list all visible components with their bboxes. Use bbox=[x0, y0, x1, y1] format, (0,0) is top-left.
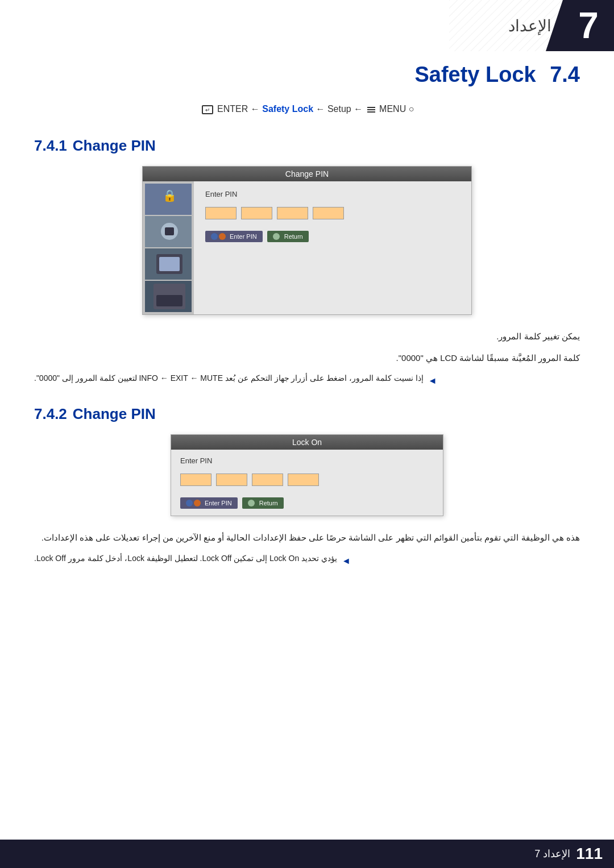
main-content: Safety Lock 7.4 ↵ ENTER ← Safety Lock ← … bbox=[0, 0, 614, 621]
dialog-2-return-btn[interactable]: Return bbox=[242, 497, 284, 509]
dialog-2-field-label: Enter PIN bbox=[180, 456, 434, 465]
para1: يمكن تغيير كلمة المرور. bbox=[34, 329, 580, 344]
circle-orange-2 bbox=[194, 500, 201, 506]
sidebar-item-2 bbox=[145, 216, 192, 247]
return-circle-2 bbox=[248, 500, 255, 506]
breadcrumb-enter-label: ENTER ← bbox=[217, 104, 262, 114]
section-number: 7.4 bbox=[550, 63, 580, 86]
para4: هذه هي الوظيفة التي تقوم بتأمين القوائم … bbox=[34, 530, 580, 545]
para3: ◄ إذا نسيت كلمة المرور، اضغط على أزرار ج… bbox=[34, 372, 580, 388]
subsection-2-number: 7.4.2 bbox=[34, 405, 67, 423]
dialog-1-enter-label: Enter PIN bbox=[230, 233, 257, 240]
para3-text: إذا نسيت كلمة المرور، اضغط على أزرار جها… bbox=[34, 372, 424, 385]
dialog-1-buttons: Enter PIN Return bbox=[205, 231, 460, 242]
para5: ◄ يؤدي تحديد Lock On إلى تمكين Lock Off.… bbox=[34, 552, 580, 568]
circle-blue-2 bbox=[186, 500, 193, 506]
dialog-1-main: Enter PIN Enter PIN bbox=[194, 181, 471, 314]
dialog-2-main: Enter PIN Enter PIN bbox=[171, 450, 443, 516]
change-pin-dialog-2: Lock On Enter PIN Enter PIN bbox=[171, 434, 443, 516]
section-title: Safety Lock 7.4 bbox=[34, 63, 580, 87]
chapter-number-box: 7 bbox=[563, 0, 614, 51]
dialog-2-enter-label: Enter PIN bbox=[205, 500, 232, 506]
dialog-2-pin-row bbox=[180, 474, 434, 486]
bullet-arrow-1: ◄ bbox=[428, 373, 437, 388]
pin-box-2[interactable] bbox=[241, 207, 272, 219]
subsection-1-title-text: Change PIN bbox=[73, 137, 156, 155]
dialog-2-enter-btn[interactable]: Enter PIN bbox=[180, 497, 238, 509]
circle-blue bbox=[211, 233, 218, 240]
svg-text:🔒: 🔒 bbox=[163, 189, 177, 202]
dialog-2-titlebar: Lock On bbox=[171, 435, 443, 450]
sidebar-item-4 bbox=[145, 281, 192, 312]
subsection-1-title: Change PIN 7.4.1 bbox=[34, 137, 580, 155]
dialog-2-body: Enter PIN Enter PIN bbox=[171, 450, 443, 516]
change-pin-dialog-1: Change PIN 🔒 bbox=[142, 166, 472, 315]
subsection-1-number: 7.4.1 bbox=[34, 137, 67, 155]
dialog-1-field-label: Enter PIN bbox=[205, 190, 460, 198]
nav-breadcrumb: ↵ ENTER ← Safety Lock ← Setup ← MENU ○ bbox=[34, 104, 580, 114]
svg-rect-9 bbox=[159, 257, 180, 271]
circle-orange bbox=[219, 233, 226, 240]
dialog-1-pin-row bbox=[205, 207, 460, 219]
dialog-2-return-label: Return bbox=[259, 500, 278, 506]
dialog-1-body: 🔒 bbox=[143, 181, 471, 314]
pin-box-3[interactable] bbox=[277, 207, 308, 219]
chapter-number: 7 bbox=[578, 7, 599, 44]
para2: كلمة المرور المُعيَّنة مسبقًا لشاشة LCD … bbox=[34, 351, 580, 366]
dialog-1-sidebar: 🔒 bbox=[143, 181, 194, 314]
pin2-box-1[interactable] bbox=[180, 474, 211, 486]
dialog-1-titlebar: Change PIN bbox=[143, 167, 471, 181]
footer: الإعداد 7 111 bbox=[0, 840, 614, 868]
dialog-2-buttons: Enter PIN Return bbox=[180, 497, 434, 509]
pin2-box-4[interactable] bbox=[288, 474, 319, 486]
pin-box-4[interactable] bbox=[313, 207, 344, 219]
sidebar-item-3 bbox=[145, 248, 192, 280]
pin2-box-2[interactable] bbox=[216, 474, 247, 486]
footer-label: الإعداد 7 bbox=[534, 848, 570, 860]
footer-number: 111 bbox=[576, 845, 603, 863]
enter-btn-circles-2 bbox=[186, 500, 201, 506]
subsection-2-title: Change PIN 7.4.2 bbox=[34, 405, 580, 423]
section-title-text: Safety Lock bbox=[414, 63, 536, 86]
chapter-header: الإعداد 7 bbox=[486, 0, 614, 51]
return-circle bbox=[273, 233, 280, 240]
sidebar-item-1: 🔒 bbox=[145, 184, 192, 215]
breadcrumb-menu-label: MENU ○ bbox=[379, 104, 414, 114]
dialog-1-return-label: Return bbox=[284, 233, 303, 240]
pin2-box-3[interactable] bbox=[252, 474, 283, 486]
enter-btn-circles bbox=[211, 233, 226, 240]
breadcrumb-arrow1: ← Setup ← bbox=[316, 104, 366, 114]
breadcrumb-menu-icon bbox=[367, 107, 375, 113]
svg-rect-12 bbox=[156, 295, 182, 306]
bullet-arrow-2: ◄ bbox=[342, 553, 351, 568]
enter-icon: ↵ bbox=[202, 105, 213, 114]
subsection-2-title-text: Change PIN bbox=[73, 405, 156, 423]
pin-box-1[interactable] bbox=[205, 207, 237, 219]
dialog-1-enter-btn[interactable]: Enter PIN bbox=[205, 231, 263, 242]
svg-rect-6 bbox=[165, 227, 174, 235]
dialog-1-return-btn[interactable]: Return bbox=[267, 231, 309, 242]
breadcrumb-safety-lock: Safety Lock bbox=[262, 104, 316, 114]
para5-text: يؤدي تحديد Lock On إلى تمكين Lock Off. ل… bbox=[34, 552, 337, 566]
